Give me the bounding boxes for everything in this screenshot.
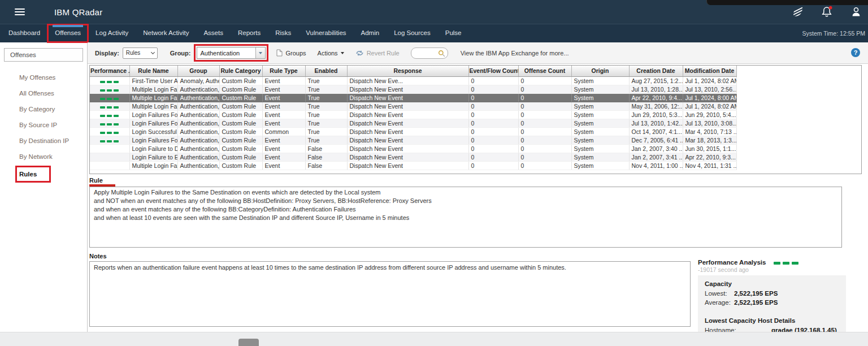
actions-button[interactable]: Actions	[318, 50, 344, 57]
table-row[interactable]: Multiple Login Fail...Authentication, Re…	[90, 102, 736, 110]
table-row[interactable]: Login Failures Foll...Authentication, In…	[90, 136, 736, 144]
table-cell[interactable]: Event	[262, 161, 305, 170]
sidebar-item-by-category[interactable]: By Category	[0, 101, 87, 117]
table-cell[interactable]: Jul 1, 2024, 8:02 AM	[683, 102, 736, 110]
table-cell[interactable]: 0	[468, 76, 518, 85]
performance-cell[interactable]	[90, 161, 129, 170]
group-dropdown-button[interactable]	[255, 47, 265, 58]
table-cell[interactable]: Jan 2, 2007, 3:41 ...	[629, 153, 683, 161]
table-cell[interactable]: Custom Rule	[219, 136, 262, 144]
sidebar-item-by-destination-ip[interactable]: By Destination IP	[0, 133, 87, 149]
table-cell[interactable]: 0	[518, 136, 571, 144]
performance-cell[interactable]	[90, 119, 129, 127]
table-cell[interactable]: Multiple Login Fail...	[129, 93, 177, 102]
table-cell[interactable]: Custom Rule	[219, 85, 262, 93]
table-cell[interactable]: 0	[518, 110, 571, 119]
table-cell[interactable]: True	[305, 127, 347, 136]
table-cell[interactable]: 0	[468, 85, 518, 93]
table-cell[interactable]: Multiple Login Fail...	[129, 102, 177, 110]
table-cell[interactable]: Authentication, Re...	[177, 93, 219, 102]
performance-cell[interactable]	[90, 153, 129, 161]
table-cell[interactable]: 0	[518, 93, 571, 102]
table-cell[interactable]: Authentication, Int...	[177, 136, 219, 144]
column-header-rule-name[interactable]: Rule Name	[129, 66, 177, 76]
table-cell[interactable]: Dispatch New Eve...	[347, 76, 468, 85]
table-row[interactable]: First-Time User A...Anomaly, Authenti...…	[90, 76, 736, 85]
tab-network-activity[interactable]: Network Activity	[136, 24, 196, 42]
table-cell[interactable]: System	[571, 136, 629, 144]
performance-cell[interactable]	[90, 85, 129, 93]
table-cell[interactable]: Dispatch New Event	[347, 144, 468, 153]
column-header-group[interactable]: Group	[177, 66, 219, 76]
table-cell[interactable]: Jul 13, 2010, 3:08...	[683, 119, 736, 127]
table-cell[interactable]: 0	[468, 127, 518, 136]
tab-admin[interactable]: Admin	[354, 24, 387, 42]
table-cell[interactable]: Dispatch New Event	[347, 161, 468, 170]
table-cell[interactable]: System	[571, 102, 629, 110]
table-cell[interactable]: Authentication, Ho...	[177, 153, 219, 161]
table-cell[interactable]: True	[305, 76, 347, 85]
table-cell[interactable]: Event	[262, 144, 305, 153]
table-cell[interactable]: Dispatch New Event	[347, 136, 468, 144]
table-row[interactable]: Multiple Login Fail...Authentication, Re…	[90, 93, 736, 102]
table-cell[interactable]: Event	[262, 102, 305, 110]
table-cell[interactable]: Dispatch New Event	[347, 127, 468, 136]
table-cell[interactable]: Custom Rule	[219, 76, 262, 85]
column-header-response[interactable]: Response	[347, 66, 468, 76]
performance-cell[interactable]	[90, 127, 129, 136]
table-cell[interactable]: Event	[262, 110, 305, 119]
table-cell[interactable]: Dispatch New Event	[347, 119, 468, 127]
table-cell[interactable]: Event	[262, 119, 305, 127]
sidebar-item-all-offenses[interactable]: All Offenses	[0, 85, 87, 101]
table-cell[interactable]: Multiple Login Fail...	[129, 161, 177, 170]
column-header-enabled[interactable]: Enabled	[305, 66, 347, 76]
sidebar-item-rules[interactable]: Rules	[0, 165, 87, 184]
tab-risks[interactable]: Risks	[268, 24, 298, 42]
table-cell[interactable]: Nov 4, 2011, 1:00 ...	[629, 161, 683, 170]
table-row[interactable]: Multiple Login Fail...Authentication, Re…	[90, 161, 736, 170]
table-cell[interactable]: True	[305, 136, 347, 144]
table-cell[interactable]: Mar 18, 2013, 1:3...	[683, 136, 736, 144]
menu-icon[interactable]	[15, 7, 25, 17]
tab-log-sources[interactable]: Log Sources	[387, 24, 438, 42]
table-cell[interactable]: Event	[262, 93, 305, 102]
table-cell[interactable]: 0	[468, 161, 518, 170]
table-cell[interactable]: Custom Rule	[219, 102, 262, 110]
table-cell[interactable]: False	[305, 161, 347, 170]
table-cell[interactable]: 0	[518, 144, 571, 153]
table-cell[interactable]: Dispatch New Event	[347, 153, 468, 161]
table-cell[interactable]: 0	[468, 102, 518, 110]
table-cell[interactable]: Event	[262, 136, 305, 144]
table-cell[interactable]: True	[305, 85, 347, 93]
table-cell[interactable]: Dispatch New Event	[347, 93, 468, 102]
collapse-handle[interactable]	[238, 339, 259, 346]
table-cell[interactable]: True	[305, 93, 347, 102]
table-cell[interactable]: Oct 14, 2007, 4:1...	[629, 127, 683, 136]
table-cell[interactable]: 0	[468, 136, 518, 144]
table-cell[interactable]: Jan 2, 2007, 3:40 ...	[629, 144, 683, 153]
table-cell[interactable]: 0	[518, 119, 571, 127]
column-header-rule-type[interactable]: Rule Type	[262, 66, 305, 76]
table-cell[interactable]: Dispatch New Event	[347, 110, 468, 119]
notes-box[interactable]: Reports when an authentication failure e…	[89, 261, 691, 327]
table-cell[interactable]: Event	[262, 85, 305, 93]
table-cell[interactable]: Jul 1, 2024, 8:00 AM	[683, 93, 736, 102]
table-cell[interactable]: Anomaly, Authenti...	[177, 76, 219, 85]
table-cell[interactable]: Aug 27, 2015, 1:2...	[629, 76, 683, 85]
table-cell[interactable]: Apr 22, 2010, 9:4...	[629, 93, 683, 102]
group-input[interactable]	[197, 47, 255, 58]
column-header-rule-category[interactable]: Rule Category	[219, 66, 262, 76]
column-header-origin[interactable]: Origin	[571, 66, 629, 76]
table-cell[interactable]: Dispatch New Event	[347, 102, 468, 110]
table-cell[interactable]: Custom Rule	[219, 119, 262, 127]
table-row[interactable]: Login Failures Foll...Authentication, In…	[90, 110, 736, 119]
table-cell[interactable]: System	[571, 93, 629, 102]
performance-cell[interactable]	[90, 136, 129, 144]
table-cell[interactable]: 0	[468, 110, 518, 119]
sidebar-item-by-source-ip[interactable]: By Source IP	[0, 117, 87, 133]
sidebar-item-my-offenses[interactable]: My Offenses	[0, 70, 87, 85]
performance-cell[interactable]	[90, 110, 129, 119]
tab-reports[interactable]: Reports	[231, 24, 268, 42]
table-row[interactable]: Login Successful ...Authentication, Int.…	[90, 127, 736, 136]
sidebar-item-by-network[interactable]: By Network	[0, 149, 87, 165]
